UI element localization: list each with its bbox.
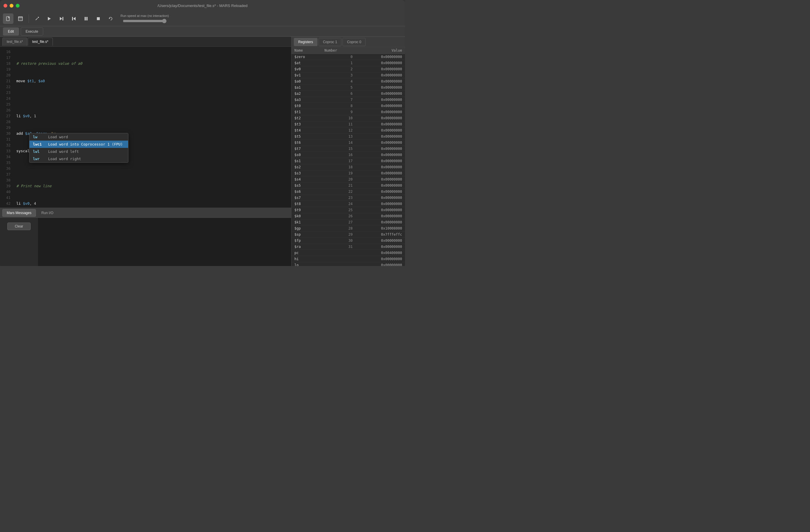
register-row[interactable]: $a3 7 0x00000000: [291, 97, 405, 103]
register-row[interactable]: $t8 24 0x00000000: [291, 201, 405, 207]
reg-name: $fp: [291, 238, 322, 244]
reset-button[interactable]: [106, 13, 116, 24]
register-row[interactable]: $s4 20 0x00000000: [291, 177, 405, 183]
reg-name: $zero: [291, 54, 322, 60]
reg-number: 18: [322, 164, 355, 170]
code-line-24: li $v0, 4: [16, 201, 291, 206]
autocomplete-cmd-lwc1: lwc1: [33, 142, 45, 146]
tab-mars-messages[interactable]: Mars Messages: [2, 209, 36, 217]
reg-value: 0x00000000: [356, 134, 405, 140]
register-row[interactable]: $a2 6 0x00000000: [291, 91, 405, 97]
register-row[interactable]: $gp 28 0x10008000: [291, 226, 405, 232]
autocomplete-item-lwr[interactable]: lwr Load word right: [30, 155, 128, 163]
reg-name: $a0: [291, 79, 322, 85]
tools-button[interactable]: [32, 13, 42, 24]
line-numbers: 16 17 18 19 20 21 22 23 24 25 26 27 28 2…: [0, 47, 14, 208]
message-area[interactable]: [38, 218, 291, 266]
tab-run-io[interactable]: Run I/O: [37, 209, 58, 217]
register-row[interactable]: $t1 9 0x00000000: [291, 109, 405, 115]
col-number: Number: [322, 47, 355, 54]
stop-button[interactable]: [93, 13, 103, 24]
register-row[interactable]: $sp 29 0x7fffeffc: [291, 232, 405, 238]
register-row[interactable]: $at 1 0x00000000: [291, 60, 405, 66]
register-row[interactable]: $v1 3 0x00000000: [291, 72, 405, 79]
minimize-button[interactable]: [10, 4, 13, 7]
register-row[interactable]: $v0 2 0x00000000: [291, 66, 405, 72]
clear-button[interactable]: Clear: [7, 222, 31, 230]
register-row[interactable]: $s1 17 0x00000000: [291, 158, 405, 164]
reg-name: $v0: [291, 66, 322, 72]
maximize-button[interactable]: [16, 4, 19, 7]
register-row[interactable]: lo 0x00000000: [291, 262, 405, 266]
register-row[interactable]: $a1 5 0x00000000: [291, 85, 405, 91]
line-num-18: 18: [0, 61, 14, 67]
step-button[interactable]: [56, 13, 67, 24]
tab-coproc1[interactable]: Coproc 1: [319, 38, 342, 46]
register-row[interactable]: $s5 21 0x00000000: [291, 183, 405, 189]
register-row[interactable]: $t5 13 0x00000000: [291, 134, 405, 140]
bottom-content: Clear: [0, 218, 291, 266]
register-row[interactable]: hi 0x00000000: [291, 256, 405, 262]
run-speed-slider[interactable]: [123, 19, 167, 23]
reg-value: 0x00000000: [356, 256, 405, 262]
reg-number: 12: [322, 128, 355, 134]
register-row[interactable]: $t3 11 0x00000000: [291, 121, 405, 128]
tab-execute[interactable]: Execute: [21, 28, 43, 36]
register-row[interactable]: $a0 4 0x00000000: [291, 79, 405, 85]
autocomplete-item-lw[interactable]: lw Load word: [30, 133, 128, 140]
file-tab-2[interactable]: test_file.s*: [28, 38, 52, 46]
line-num-26: 26: [0, 107, 14, 113]
register-row[interactable]: $s7 23 0x00000000: [291, 195, 405, 201]
register-row[interactable]: $s0 16 0x00000000: [291, 152, 405, 158]
reg-number: 13: [322, 134, 355, 140]
reg-name: $t5: [291, 134, 322, 140]
tab-registers[interactable]: Registers: [294, 38, 318, 46]
code-line-19: li $v0, 1: [16, 113, 291, 119]
reg-number: 30: [322, 238, 355, 244]
line-num-38: 38: [0, 177, 14, 183]
register-table-container[interactable]: Name Number Value $zero 0 0x00000000 $at…: [291, 47, 405, 266]
register-row[interactable]: $t6 14 0x00000000: [291, 140, 405, 146]
register-row[interactable]: $t0 8 0x00000000: [291, 103, 405, 109]
line-num-35: 35: [0, 160, 14, 166]
register-row[interactable]: $s3 19 0x00000000: [291, 170, 405, 177]
run-button[interactable]: [44, 13, 54, 24]
reg-name: $sp: [291, 232, 322, 238]
svg-rect-11: [97, 17, 100, 20]
autocomplete-item-lwl[interactable]: lwl Load word left: [30, 148, 128, 155]
new-file-button[interactable]: [3, 13, 13, 24]
register-row[interactable]: $fp 30 0x00000000: [291, 238, 405, 244]
reg-name: pc: [291, 250, 322, 256]
tab-coproc0[interactable]: Coproc 0: [343, 38, 366, 46]
reg-number: 21: [322, 183, 355, 189]
reg-value: 0x00000000: [356, 109, 405, 115]
register-row[interactable]: $t9 25 0x00000000: [291, 207, 405, 213]
code-content[interactable]: # restore previous value of a0 move $t1,…: [14, 47, 291, 208]
autocomplete-item-lwc1[interactable]: lwc1 Load word into Coprocessor 1 (FPU): [30, 140, 128, 148]
reg-value: 0x00000000: [356, 213, 405, 219]
pause-button[interactable]: [81, 13, 91, 24]
clear-btn-area: Clear: [0, 218, 38, 266]
register-row[interactable]: $t4 12 0x00000000: [291, 128, 405, 134]
reg-value: 0x00000000: [356, 85, 405, 91]
register-row[interactable]: $t7 15 0x00000000: [291, 146, 405, 152]
line-num-30: 30: [0, 131, 14, 136]
register-row[interactable]: $k1 27 0x00000000: [291, 219, 405, 226]
editor-area[interactable]: 16 17 18 19 20 21 22 23 24 25 26 27 28 2…: [0, 47, 291, 208]
tab-edit[interactable]: Edit: [3, 28, 19, 36]
close-button[interactable]: [3, 4, 7, 7]
open-file-button[interactable]: [15, 13, 26, 24]
register-row[interactable]: $s2 18 0x00000000: [291, 164, 405, 170]
register-row[interactable]: $s6 22 0x00000000: [291, 189, 405, 195]
reg-value: 0x00000000: [356, 115, 405, 121]
register-row[interactable]: $zero 0 0x00000000: [291, 54, 405, 60]
backstep-button[interactable]: [68, 13, 79, 24]
register-row[interactable]: $ra 31 0x00000000: [291, 244, 405, 250]
reg-name: $t4: [291, 128, 322, 134]
register-row[interactable]: pc 0x00400000: [291, 250, 405, 256]
reg-value: 0x00000000: [356, 164, 405, 170]
line-num-27: 27: [0, 113, 14, 119]
register-row[interactable]: $t2 10 0x00000000: [291, 115, 405, 121]
file-tab-1[interactable]: test_file.s*: [2, 38, 27, 46]
register-row[interactable]: $k0 26 0x00000000: [291, 213, 405, 219]
